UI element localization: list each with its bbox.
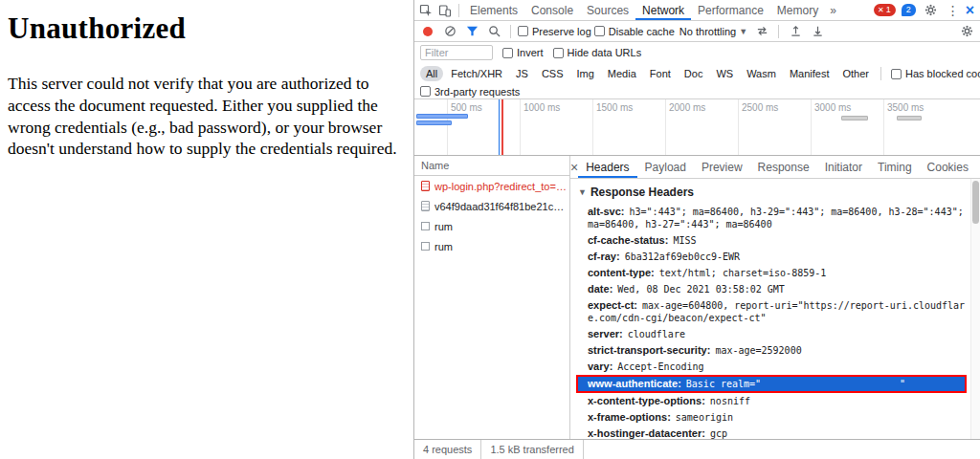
chip-manifest[interactable]: Manifest <box>784 66 835 81</box>
scrollbar-thumb[interactable] <box>972 181 979 224</box>
header-value: sameorigin <box>676 412 733 423</box>
header-name: x-hostinger-datacenter <box>588 427 705 439</box>
close-devtools-icon[interactable]: × <box>966 2 974 19</box>
divider <box>880 67 881 80</box>
invert-checkbox[interactable]: Invert <box>502 47 544 58</box>
requests-count: 4 requests <box>423 444 472 455</box>
chip-img[interactable]: Img <box>571 66 600 81</box>
resource-icon <box>421 242 430 251</box>
detail-tab-preview[interactable]: Preview <box>694 156 750 178</box>
request-row[interactable]: rum <box>414 216 569 236</box>
chip-other[interactable]: Other <box>836 66 875 81</box>
network-toolbar: Preserve log Disable cache No throttling… <box>414 21 980 42</box>
header-row: strict-transport-securitymax-age=2592000 <box>576 342 969 359</box>
header-name: server <box>588 328 623 339</box>
filter-row: Invert Hide data URLs <box>414 42 980 63</box>
third-party-checkbox[interactable]: 3rd-party requests <box>420 86 520 98</box>
request-row[interactable]: wp-login.php?redirect_to=htt... <box>414 176 569 196</box>
tab-console[interactable]: Console <box>524 0 580 20</box>
network-overview-timeline[interactable]: 500 ms 1000 ms 1500 ms 2000 ms 2500 ms 3… <box>414 99 980 156</box>
search-icon[interactable] <box>484 22 503 41</box>
clear-network-log-icon[interactable] <box>440 22 459 41</box>
chip-all[interactable]: All <box>420 66 443 81</box>
timeline-gridline <box>592 99 593 155</box>
screen: Unauthorized This server could not verif… <box>0 0 980 459</box>
detail-tab-payload[interactable]: Payload <box>637 156 694 178</box>
disable-cache-label: Disable cache <box>609 26 675 37</box>
response-headers-section[interactable]: ▼ Response Headers <box>576 183 969 204</box>
header-name: cf-ray <box>588 251 620 262</box>
preserve-log-checkbox[interactable]: Preserve log <box>518 26 591 37</box>
filter-input[interactable] <box>420 45 493 60</box>
header-row: dateWed, 08 Dec 2021 03:58:02 GMT <box>576 281 969 297</box>
header-name: vary <box>588 361 612 372</box>
chip-font[interactable]: Font <box>644 66 677 81</box>
header-value: Accept-Encoding <box>617 361 703 372</box>
detail-tab-headers[interactable]: Headers <box>578 156 636 178</box>
chip-doc[interactable]: Doc <box>679 66 709 81</box>
filter-funnel-icon[interactable] <box>462 22 481 41</box>
tab-performance[interactable]: Performance <box>691 0 770 20</box>
header-name: www-authenticate <box>588 378 681 389</box>
header-value: MISS <box>673 235 696 246</box>
throttling-value: No throttling <box>679 26 736 37</box>
detail-tab-response[interactable]: Response <box>750 156 817 178</box>
chevron-down-icon: ▼ <box>739 27 747 36</box>
header-row-www-authenticate-highlighted: www-authenticateBasic realm="" <box>576 375 967 393</box>
settings-gear-icon[interactable] <box>922 1 941 20</box>
network-status-bar: 4 requests 1.5 kB transferred <box>414 439 980 459</box>
timeline-gridline <box>447 99 448 155</box>
timeline-tick: 2500 ms <box>742 102 778 113</box>
throttling-dropdown[interactable]: No throttling ▼ <box>678 26 749 37</box>
chip-js[interactable]: JS <box>510 66 534 81</box>
header-row: varyAccept-Encoding <box>576 359 969 375</box>
document-icon <box>421 181 430 191</box>
divider <box>510 25 511 38</box>
tabbar-right-group: 1 2 ⋮ × <box>874 1 978 20</box>
tab-network[interactable]: Network <box>635 0 691 20</box>
header-value: max-age=2592000 <box>715 345 801 356</box>
header-name: date <box>588 283 612 295</box>
device-toolbar-icon[interactable] <box>435 1 455 20</box>
chip-media[interactable]: Media <box>602 66 642 81</box>
hide-data-urls-checkbox[interactable]: Hide data URLs <box>553 47 642 58</box>
invert-label: Invert <box>517 47 544 58</box>
detail-tab-cookies[interactable]: Cookies <box>920 156 976 178</box>
record-network-log-button[interactable] <box>423 27 433 36</box>
chip-wasm[interactable]: Wasm <box>741 66 782 81</box>
network-conditions-icon[interactable] <box>752 22 771 41</box>
page-title: Unauthorized <box>8 11 408 46</box>
request-row[interactable]: v64f9daad31f64f81be21cbef6... <box>414 196 569 216</box>
issues-count-badge[interactable]: 2 <box>902 4 916 16</box>
inspect-element-icon[interactable] <box>416 1 435 20</box>
chip-ws[interactable]: WS <box>710 66 739 81</box>
request-list-panel: Name wp-login.php?redirect_to=htt... v64… <box>414 156 570 439</box>
chip-fetch-xhr[interactable]: Fetch/XHR <box>445 66 508 81</box>
import-har-icon[interactable] <box>786 22 805 41</box>
disable-cache-checkbox[interactable]: Disable cache <box>594 26 675 37</box>
tab-memory[interactable]: Memory <box>770 0 825 20</box>
export-har-icon[interactable] <box>808 22 827 41</box>
kebab-menu-icon[interactable]: ⋮ <box>947 4 960 17</box>
detail-tab-initiator[interactable]: Initiator <box>817 156 870 178</box>
has-blocked-cookies-checkbox[interactable]: Has blocked cookies <box>891 68 980 79</box>
network-settings-gear-icon[interactable] <box>957 22 976 41</box>
transferred-size: 1.5 kB transferred <box>490 444 573 455</box>
tab-elements[interactable]: Elements <box>463 0 524 20</box>
timeline-tick: 2000 ms <box>669 102 705 113</box>
divider <box>458 4 459 17</box>
chip-css[interactable]: CSS <box>536 66 569 81</box>
close-details-icon[interactable]: × <box>570 160 578 175</box>
request-name: rum <box>434 221 453 232</box>
detail-tabbar: × Headers Payload Preview Response Initi… <box>570 156 980 179</box>
detail-tab-timing[interactable]: Timing <box>870 156 920 178</box>
error-count-badge[interactable]: 1 <box>874 4 896 16</box>
divider <box>480 440 481 459</box>
tab-sources[interactable]: Sources <box>580 0 635 20</box>
name-column-header[interactable]: Name <box>414 156 569 176</box>
request-row[interactable]: rum <box>414 236 569 256</box>
more-tabs-icon[interactable]: » <box>825 4 841 17</box>
checkbox-box <box>502 48 513 58</box>
vertical-scrollbar[interactable] <box>970 179 980 439</box>
timeline-tick: 1500 ms <box>596 102 633 113</box>
